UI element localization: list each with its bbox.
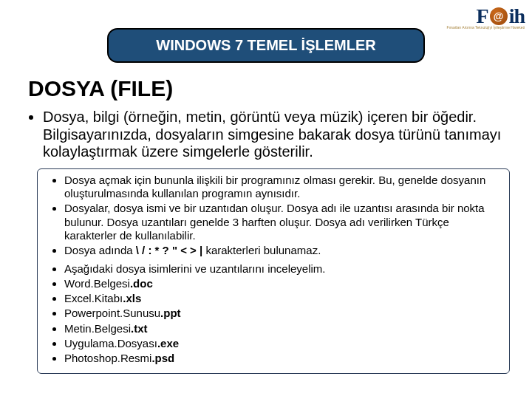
info-item-3: Dosya adında \ / : * ? " < > | karakterl…: [64, 244, 497, 257]
examine-list: Aşağıdaki dosya isimlerini ve uzantıları…: [64, 262, 497, 276]
example-name: Excel.Kitabı: [64, 292, 123, 304]
info-item-2: Dosyalar, dosya ismi ve bir uzantıdan ol…: [64, 202, 497, 242]
example-item: Excel.Kitabı.xls: [64, 292, 497, 305]
title-pill-wrap: WINDOWS 7 TEMEL İŞLEMLER: [18, 28, 514, 63]
example-name: Word.Belgesi: [64, 277, 130, 290]
logo-subtitle: Fırsatları Artırma Teknolojiyi İyileştir…: [447, 25, 525, 30]
info-item-3-post: karakterleri bulunamaz.: [202, 244, 321, 256]
example-ext: .psd: [151, 352, 174, 364]
example-name: Powerpoint.Sunusu: [64, 307, 160, 319]
info-box: Dosya açmak için bununla ilişkili bir pr…: [37, 168, 510, 374]
info-item-1: Dosya açmak için bununla ilişkili bir pr…: [64, 174, 497, 201]
example-ext: .xls: [123, 292, 141, 304]
lead-list: Dosya, bilgi (örneğin, metin, görüntü ve…: [43, 109, 508, 161]
example-name: Uygulama.Dosyası: [64, 337, 157, 349]
info-item-3-chars: \ / : * ? " < > |: [136, 244, 203, 256]
logo-at-icon: @: [490, 7, 508, 25]
lead-text: Dosya, bilgi (örneğin, metin, görüntü ve…: [43, 109, 508, 161]
slide-title-pill: WINDOWS 7 TEMEL İŞLEMLER: [107, 28, 425, 63]
example-ext: .exe: [157, 337, 179, 349]
example-item: Photoshop.Resmi.psd: [64, 352, 497, 365]
example-ext: .ppt: [160, 307, 181, 319]
slide: F @ ih Fırsatları Artırma Teknolojiyi İy…: [0, 0, 532, 399]
example-item: Powerpoint.Sunusu.ppt: [64, 307, 497, 320]
example-ext: .txt: [131, 322, 148, 335]
example-item: Metin.Belgesi.txt: [64, 322, 497, 335]
info-item-3-pre: Dosya adında: [64, 244, 136, 256]
info-list: Dosya açmak için bununla ilişkili bir pr…: [64, 174, 497, 258]
example-item: Uygulama.Dosyası.exe: [64, 337, 497, 350]
example-name: Photoshop.Resmi: [64, 352, 151, 364]
examples-list: Word.Belgesi.doc Excel.Kitabı.xls Powerp…: [64, 277, 497, 366]
examine-text: Aşağıdaki dosya isimlerini ve uzantıları…: [64, 262, 497, 276]
example-name: Metin.Belgesi: [64, 322, 131, 335]
example-ext: .doc: [130, 277, 153, 290]
example-item: Word.Belgesi.doc: [64, 277, 497, 290]
slide-subtitle: DOSYA (FILE): [28, 76, 514, 101]
